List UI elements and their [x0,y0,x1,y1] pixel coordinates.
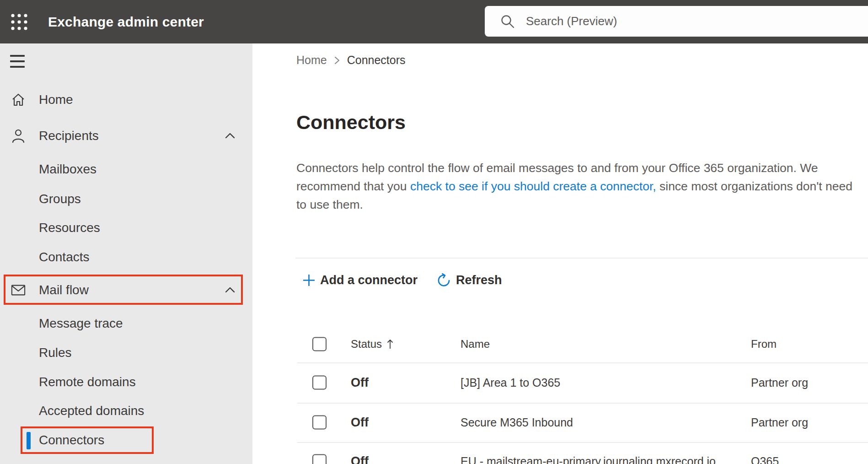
column-header-name[interactable]: Name [461,338,490,351]
plus-icon [303,274,315,286]
home-icon [11,92,26,107]
breadcrumb-chevron-icon [333,54,341,66]
hamburger-icon [10,55,25,57]
sidebar-item-label: Connectors [39,433,104,448]
search-icon [500,14,515,29]
sidebar-item-resources[interactable]: Resources [0,216,252,239]
row-checkbox[interactable] [312,376,327,390]
sidebar-item-connectors[interactable]: Connectors [0,429,252,452]
sidebar-item-rules[interactable]: Rules [0,341,252,364]
row-checkbox[interactable] [312,454,327,464]
refresh-button[interactable]: Refresh [437,273,502,287]
sort-ascending-icon [386,338,394,350]
row-name[interactable]: EU - mailstream-eu-primary.journaling.mx… [461,455,716,464]
table-header-row: Status Name From [252,330,868,358]
table-row[interactable]: Off EU - mailstream-eu-primary.journalin… [252,448,868,464]
app-title: Exchange admin center [48,0,204,43]
page-description: Connectors help control the flow of emai… [296,159,860,214]
refresh-icon [437,273,451,287]
sidebar-item-message-trace[interactable]: Message trace [0,312,252,335]
breadcrumb: Home Connectors [296,54,406,67]
row-status: Off [351,415,369,430]
column-header-status[interactable]: Status [351,338,394,351]
toolbar: Add a connector Refresh [303,270,502,291]
sidebar-item-home[interactable]: Home [0,88,252,111]
sidebar-item-mail-flow[interactable]: Mail flow [0,279,252,302]
sidebar-item-label: Recipients [39,129,99,143]
selected-item-indicator [27,432,31,449]
person-icon [11,129,26,143]
table-divider [297,442,868,443]
table-row[interactable]: Off Secure M365 Inbound Partner org [252,409,868,436]
sidebar-item-label: Mailboxes [39,162,96,177]
row-from: Partner org [751,416,808,429]
toolbar-divider [295,258,868,259]
top-app-bar: Exchange admin center Search (Preview) [0,0,868,43]
sidebar-item-recipients[interactable]: Recipients [0,124,252,147]
add-connector-label: Add a connector [320,273,418,287]
search-input[interactable]: Search (Preview) [485,6,868,37]
breadcrumb-home-link[interactable]: Home [296,54,327,67]
sidebar-item-label: Accepted domains [39,404,144,418]
row-from: O365 [751,455,779,464]
column-header-from[interactable]: From [751,338,777,351]
envelope-icon [11,283,26,297]
main-content: Home Connectors Connectors Connectors he… [252,43,868,464]
row-name[interactable]: Secure M365 Inbound [461,416,573,429]
app-launcher-button[interactable] [6,9,32,35]
create-connector-check-link[interactable]: check to see if you should create a conn… [410,179,656,193]
waffle-icon [9,12,29,32]
table-row[interactable]: Off [JB] Area 1 to O365 Partner org [252,369,868,396]
sidebar-item-label: Resources [39,221,100,235]
chevron-up-icon[interactable] [224,130,236,142]
sidebar-item-groups[interactable]: Groups [0,188,252,210]
refresh-label: Refresh [456,273,502,287]
page-title: Connectors [296,111,406,134]
sidebar-item-accepted-domains[interactable]: Accepted domains [0,399,252,422]
add-connector-button[interactable]: Add a connector [303,273,418,287]
sidebar-item-contacts[interactable]: Contacts [0,246,252,269]
sidebar-item-label: Groups [39,192,81,206]
row-from: Partner org [751,376,808,389]
search-placeholder: Search (Preview) [526,14,617,28]
sidebar-item-label: Message trace [39,316,123,331]
sidebar-item-label: Contacts [39,250,90,264]
sidebar-item-mailboxes[interactable]: Mailboxes [0,158,252,181]
table-divider [297,403,868,404]
table-divider [297,362,868,363]
row-checkbox[interactable] [312,415,327,430]
sidebar-item-remote-domains[interactable]: Remote domains [0,371,252,394]
sidebar-item-label: Home [39,92,73,107]
select-all-checkbox[interactable] [312,337,327,351]
breadcrumb-current: Connectors [347,54,406,67]
sidebar-nav: Home Recipients Mailboxes Groups Resourc… [0,43,252,464]
row-name[interactable]: [JB] Area 1 to O365 [461,376,560,389]
sidebar-item-label: Rules [39,345,72,360]
sidebar-item-label: Remote domains [39,375,136,389]
row-status: Off [351,454,369,464]
menu-toggle-button[interactable] [10,52,29,71]
sidebar-item-label: Mail flow [39,283,89,297]
row-status: Off [351,376,369,390]
chevron-up-icon[interactable] [224,284,236,296]
